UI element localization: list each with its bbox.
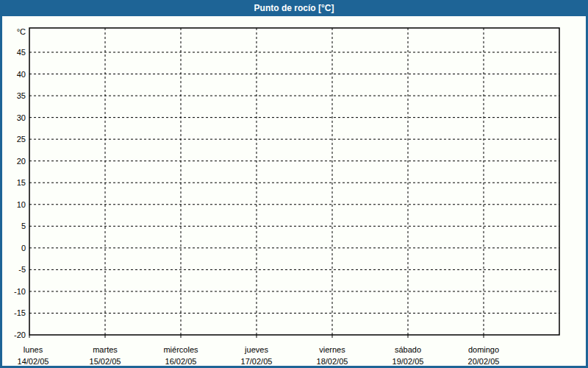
day-label: jueves (244, 345, 268, 354)
date-label: 18/02/05 (317, 357, 348, 366)
y-tick-label: 40 (17, 70, 26, 79)
y-tick-label: -10 (14, 287, 26, 296)
day-label: martes (93, 345, 118, 354)
y-axis-unit-label: °C (17, 27, 26, 36)
day-label: viernes (319, 345, 345, 354)
y-tick-label: 45 (17, 48, 26, 57)
date-label: 14/02/05 (18, 357, 49, 366)
date-label: 20/02/05 (468, 357, 500, 366)
day-label: domingo (468, 345, 499, 354)
date-label: 17/02/05 (241, 357, 273, 366)
date-label: 19/02/05 (392, 357, 424, 366)
y-tick-label: 5 (21, 222, 26, 230)
dew-point-chart: 454035302520151050-5-10-15-20°Clunes14/0… (0, 0, 588, 368)
title-bar: Punto de rocío [°C] (0, 0, 588, 16)
day-label: sábado (395, 345, 421, 354)
y-tick-label: -5 (18, 265, 26, 274)
y-tick-label: 35 (17, 91, 26, 100)
y-tick-label: 30 (17, 113, 26, 122)
y-tick-label: 0 (21, 244, 26, 252)
y-tick-label: 20 (17, 157, 26, 166)
y-tick-label: 15 (17, 178, 26, 187)
y-tick-label: -20 (14, 330, 26, 339)
y-tick-label: 25 (17, 135, 26, 144)
y-tick-label: 10 (17, 200, 26, 209)
date-label: 15/02/05 (90, 357, 121, 366)
y-tick-label: -15 (14, 308, 26, 317)
chart-window: 454035302520151050-5-10-15-20°Clunes14/0… (0, 0, 588, 368)
day-label: lunes (24, 345, 43, 354)
window-title: Punto de rocío [°C] (254, 3, 334, 13)
day-label: miércoles (163, 345, 198, 354)
date-label: 16/02/05 (165, 357, 197, 366)
